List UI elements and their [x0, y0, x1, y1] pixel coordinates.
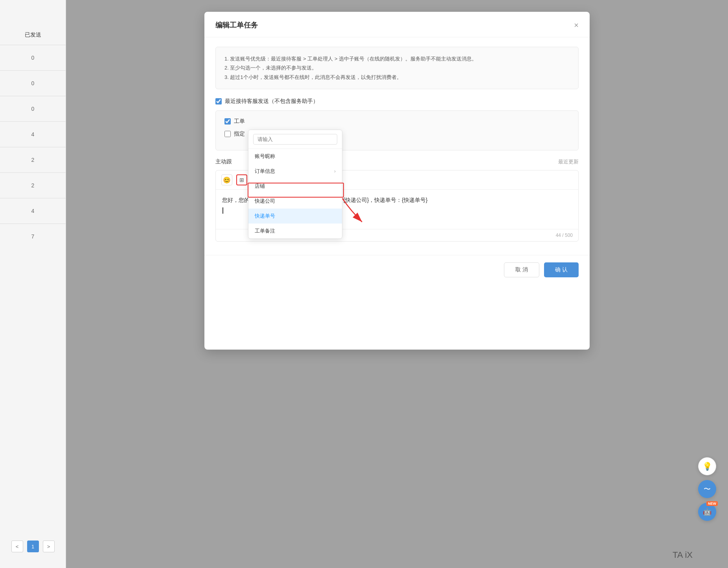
sidebar-divider-8 [0, 224, 66, 224]
dropdown-item-order-info[interactable]: 订单信息 › [248, 164, 342, 179]
modal-overlay: 编辑工单任务 × 1. 发送账号优先级：最近接待客服 > 工单处理人 > 选中子… [66, 0, 728, 568]
sidebar-num-7: 4 [31, 208, 35, 214]
fab-wave-button[interactable]: 〜 [698, 480, 716, 498]
lightbulb-icon: 💡 [702, 462, 712, 471]
dropdown-item-work-note[interactable]: 工单备注 [248, 224, 342, 238]
section-label: 主动跟 [215, 158, 232, 165]
dropdown-item-nickname[interactable]: 账号昵称 [248, 149, 342, 164]
dropdown-popup: 账号昵称 订单信息 › 店铺 快递公司 [248, 130, 342, 239]
cursor [222, 207, 223, 214]
close-button[interactable]: × [574, 21, 579, 29]
sidebar-num-8: 7 [31, 233, 35, 240]
work-order-inner: 工单 指定 账号昵称 [224, 118, 570, 137]
modal-body: 1. 发送账号优先级：最近接待客服 > 工单处理人 > 选中子账号（在线的随机发… [204, 37, 590, 251]
dropdown-item-store[interactable]: 店铺 [248, 179, 342, 194]
checkbox-row-1: 最近接待客服发送（不包含服务助手） [215, 98, 579, 105]
work-order-section: 工单 指定 账号昵称 [215, 110, 579, 150]
dropdown-scroll-area[interactable]: 账号昵称 订单信息 › 店铺 快递公司 [248, 149, 342, 238]
dropdown-search-input[interactable] [253, 134, 337, 145]
checkbox-specify-label: 指定 [234, 130, 245, 137]
modal-title: 编辑工单任务 [215, 20, 258, 30]
sidebar-num-4: 4 [31, 131, 35, 137]
sidebar-num-5: 2 [31, 157, 35, 163]
wave-icon: 〜 [704, 484, 711, 494]
variable-button[interactable]: ⊞ [236, 174, 247, 185]
sidebar-num-6: 2 [31, 182, 35, 189]
checkbox-work-order-label: 工单 [234, 118, 245, 125]
sidebar-divider-6 [0, 172, 66, 173]
sidebar-divider-2 [0, 70, 66, 71]
sidebar-num-2: 0 [31, 80, 35, 86]
fab-bot-button[interactable]: 🤖 NEW [698, 503, 716, 521]
prev-page-button[interactable]: < [11, 541, 23, 552]
sidebar: 已发送 0 0 0 4 2 2 4 7 < 1 > [0, 0, 66, 568]
sidebar-num-3: 0 [31, 106, 35, 112]
arrow-icon: › [334, 169, 336, 174]
checkbox-work-order[interactable] [224, 118, 231, 125]
info-line-3: 3. 超过1个小时，发送账号都不在线时，此消息不会再发送，以免打扰消费者。 [224, 73, 570, 82]
sidebar-label: 已发送 [25, 31, 41, 38]
char-count: 44 / 500 [556, 233, 573, 238]
checkbox-recent-service[interactable] [215, 98, 222, 104]
ta-ix-label: TA iX [673, 550, 693, 560]
modal-footer: 取 消 确 认 [204, 255, 590, 284]
sidebar-divider-5 [0, 147, 66, 147]
dropdown-search-area [248, 130, 342, 149]
info-box: 1. 发送账号优先级：最近接待客服 > 工单处理人 > 选中子账号（在线的随机发… [215, 47, 579, 89]
sidebar-divider-4 [0, 121, 66, 122]
info-line-2: 2. 至少勾选一个，未选择的不参与发送。 [224, 63, 570, 72]
sidebar-divider-3 [0, 96, 66, 96]
dropdown-item-courier-company[interactable]: 快递公司 [248, 194, 342, 209]
fab-light-button[interactable]: 💡 [698, 457, 716, 475]
confirm-button[interactable]: 确 认 [544, 262, 579, 277]
fab-area: 💡 〜 🤖 NEW [698, 457, 716, 521]
cancel-button[interactable]: 取 消 [504, 262, 539, 277]
checkbox-row-2: 工单 [224, 118, 570, 125]
checkbox-recent-service-label: 最近接待客服发送（不包含服务助手） [225, 98, 318, 105]
new-badge: NEW [706, 501, 718, 506]
sidebar-divider-7 [0, 198, 66, 198]
modal-header: 编辑工单任务 × [204, 12, 590, 37]
modal-dialog: 编辑工单任务 × 1. 发送账号优先级：最近接待客服 > 工单处理人 > 选中子… [204, 12, 590, 350]
next-page-button[interactable]: > [43, 541, 55, 552]
emoji-icon: 😊 [223, 176, 231, 184]
dropdown-item-tracking-number[interactable]: 快递单号 [248, 209, 342, 224]
sidebar-num-1: 0 [31, 55, 35, 61]
arrow-annotation [338, 194, 370, 227]
bot-icon: 🤖 [703, 508, 711, 516]
current-page-button[interactable]: 1 [27, 541, 39, 552]
checkbox-specify[interactable] [224, 131, 231, 137]
section-update: 最近更新 [558, 158, 579, 165]
info-line-1: 1. 发送账号优先级：最近接待客服 > 工单处理人 > 选中子账号（在线的随机发… [224, 54, 570, 63]
variable-icon: ⊞ [239, 177, 244, 183]
pagination: < 1 > [11, 541, 55, 552]
emoji-button[interactable]: 😊 [221, 174, 232, 185]
sidebar-divider [0, 45, 66, 45]
